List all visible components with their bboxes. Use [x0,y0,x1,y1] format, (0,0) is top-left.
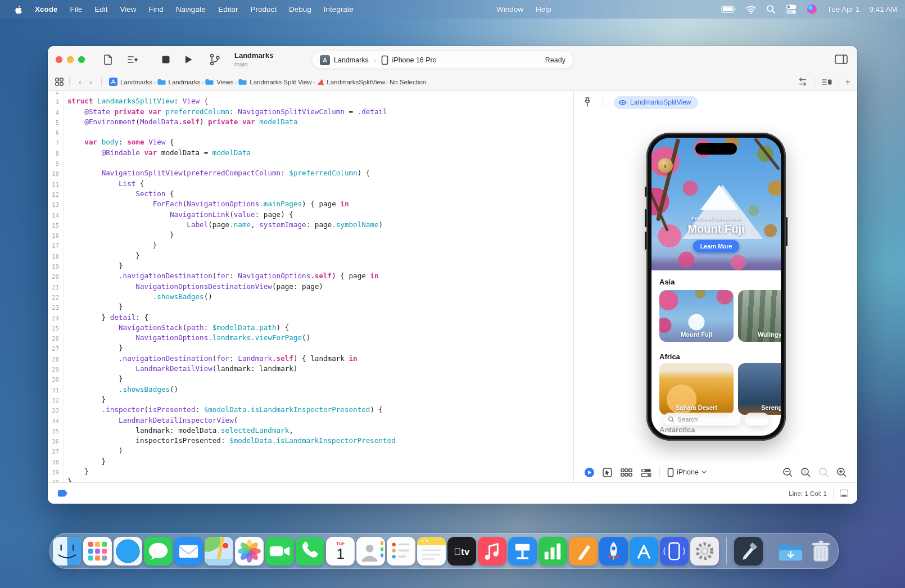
code-line-14[interactable]: 14 NavigationLink(value: page) { [48,210,573,220]
dock-icon-maps[interactable] [205,537,233,566]
dock-icon-appstore[interactable] [630,537,658,566]
minimize-button[interactable] [67,56,74,63]
zoom-fit-icon[interactable] [818,467,829,478]
related-items-icon[interactable] [55,77,64,87]
code-line-19[interactable]: 19 } [48,261,573,271]
menu-item-navigate[interactable]: Navigate [170,5,212,13]
line-number[interactable]: 18 [48,251,59,261]
tab-bar-segment[interactable] [745,413,769,426]
line-number[interactable]: 38 [48,456,59,467]
stop-icon[interactable] [160,54,171,65]
line-number[interactable]: 35 [48,426,59,436]
line-number[interactable]: 28 [48,354,59,364]
dock-icon-safari[interactable] [114,537,142,566]
code-line-17[interactable]: 17 } [48,240,573,250]
zoom-100-icon[interactable]: 1 [800,467,811,478]
siri-icon[interactable] [807,4,817,15]
line-number[interactable]: 39 [48,467,59,477]
line-number[interactable]: 27 [48,343,59,353]
wifi-icon[interactable] [745,5,757,14]
dock-icon-reminders[interactable] [387,537,415,566]
new-file-icon[interactable] [102,53,114,66]
battery-icon[interactable] [721,3,736,15]
back-button[interactable]: ‹ [658,158,673,173]
dock-icon-notes[interactable] [417,537,446,566]
dock-icon-launchpad[interactable] [599,537,628,566]
line-number[interactable]: 4 [48,107,59,117]
back-button[interactable]: ‹ [75,77,85,87]
close-button[interactable] [56,56,62,63]
breadcrumb-item-no-selection[interactable]: No Selection [390,79,426,85]
dock-icon-keynote[interactable] [508,537,537,566]
code-line-12[interactable]: 12 Section { [48,189,573,199]
code-line-15[interactable]: 15 Label(page.name, systemImage: page.sy… [48,220,573,230]
code-line-11[interactable]: 11 List { [48,179,573,189]
code-line-26[interactable]: 26 NavigationOptions.landmarks.viewForPa… [48,333,573,343]
line-number[interactable]: 21 [48,282,59,292]
line-number[interactable]: 5 [48,117,59,127]
code-review-icon[interactable] [797,77,808,87]
dock-icon-pages[interactable] [569,537,598,566]
editor-options-icon[interactable] [821,78,832,87]
line-number[interactable]: 34 [48,415,59,426]
dock-icon-iphone-mirroring[interactable] [660,537,689,566]
dock-icon-messages[interactable] [144,537,173,566]
code-line-39[interactable]: 39 } [48,467,573,477]
dock-icon-settings[interactable] [690,537,719,566]
code-line-27[interactable]: 27 } [48,343,573,353]
dock-icon-calendar[interactable]: Tue1 [326,537,355,566]
menu-item-edit[interactable]: Edit [88,5,114,13]
menu-item-integrate[interactable]: Integrate [318,5,360,13]
run-icon[interactable] [183,54,194,65]
scheme-app-label[interactable]: Landmarks [334,56,369,64]
code-line-10[interactable]: 10 NavigationSplitView(preferredCompactC… [48,168,573,178]
zoom-out-icon[interactable] [782,467,793,478]
code-line-24[interactable]: 24 } detail: { [48,313,573,323]
code-line-23[interactable]: 23 } [48,302,573,312]
scheme-selector[interactable]: A Landmarks › iPhone 16 Pro Ready [312,51,573,69]
iphone-screen[interactable]: ‹ Featured Landmark Mount Fuji Learn Mor… [651,138,781,436]
menu-item-view[interactable]: View [114,5,143,13]
code-line-34[interactable]: 34 LandmarkDetailInspectorView( [48,415,573,426]
code-line-33[interactable]: 33 .inspector(isPresented: $modelData.is… [48,405,573,415]
line-number[interactable]: 16 [48,230,59,240]
menu-item-find[interactable]: Find [143,5,170,13]
code-line-18[interactable]: 18 } [48,251,573,261]
dock-icon-finder[interactable] [53,537,82,566]
line-number[interactable]: 6 [48,127,59,137]
pin-icon[interactable] [583,97,592,108]
dock-icon-apps[interactable] [83,537,112,566]
dock-icon-mail[interactable] [174,537,203,566]
dock-icon-phone[interactable] [296,537,324,566]
code-line-6[interactable]: 6 [48,127,573,137]
forward-button[interactable]: › [85,77,96,87]
code-line-4[interactable]: 4 @State private var preferredColumn: Na… [48,107,573,117]
code-line-13[interactable]: 13 ForEach(NavigationOptions.mainPages) … [48,199,573,209]
breadcrumb-item-landmarks-split-view[interactable]: Landmarks Split View [238,78,311,85]
landmark-card-sahara-desert[interactable]: Sahara Desert [659,363,734,415]
line-number[interactable]: 9 [48,158,59,168]
line-number[interactable]: 3 [48,96,59,106]
menu-item-file[interactable]: File [64,5,89,13]
dock-icon-facetime[interactable] [265,537,294,566]
line-number[interactable]: 2 [48,91,59,96]
line-number[interactable]: 15 [48,220,59,230]
landmark-card-wulingyuan[interactable]: Wulingyuan [738,290,781,342]
code-line-8[interactable]: 8 @Bindable var modelData = modelData [48,148,573,158]
inspector-toggle-icon[interactable] [834,53,848,65]
breadcrumb-item-landmarks[interactable]: Landmarks [157,78,201,85]
tag-icon[interactable] [58,490,67,497]
breadcrumb-item-landmarks[interactable]: Landmarks [109,78,152,86]
line-number[interactable]: 22 [48,292,59,302]
dock-icon-numbers[interactable] [539,537,567,566]
code-line-38[interactable]: 38 } [48,456,573,467]
line-number[interactable]: 25 [48,323,59,333]
dock-icon-xcode[interactable] [734,537,763,566]
line-number[interactable]: 10 [48,168,59,178]
device-settings-icon[interactable] [640,467,652,478]
breadcrumb-item-views[interactable]: Views [205,78,233,85]
dock-icon-appletv[interactable]: tv [447,537,476,566]
menu-item-help[interactable]: Help [530,5,558,13]
line-number[interactable]: 31 [48,385,59,395]
code-line-7[interactable]: 7 var body: some View { [48,137,573,147]
